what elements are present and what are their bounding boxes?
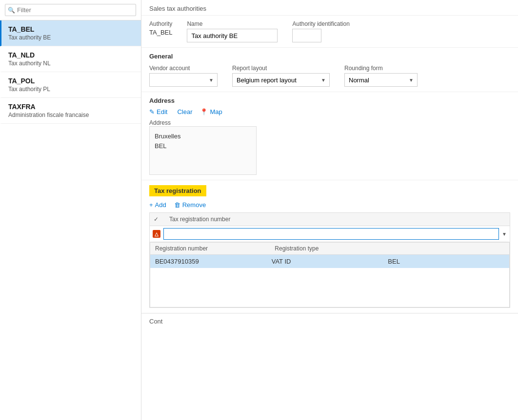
sidebar-item-code: TA_POL [8,77,134,85]
vendor-account-label: Vendor account [149,65,218,72]
report-layout-select[interactable]: Belgium report layout Default report lay… [232,73,330,87]
sidebar-item-code: TA_BEL [8,25,134,33]
cont-bar: Cont [141,313,518,329]
tax-reg-title: Tax registration [149,185,206,196]
report-layout-label: Report layout [232,65,330,72]
edit-button[interactable]: ✎ Edit [149,108,167,115]
reg-dropdown-row[interactable]: BE0437910359 VAT ID BEL [150,255,509,268]
sidebar-item-desc: Tax authority NL [8,60,134,67]
address-title: Address [149,97,510,104]
vendor-account-select[interactable] [149,73,218,87]
reg-number-col: Registration number [150,243,270,254]
tax-reg-number-col-header: Tax registration number [164,213,510,226]
tax-reg-input[interactable] [163,228,499,240]
auth-id-field: Authority identification [292,20,349,42]
reg-type-col: Registration type [270,243,389,254]
reg-type-value: VAT ID [272,258,388,265]
authority-row: Authority TA_BEL Name Authority identifi… [141,16,518,48]
tax-registration-section: Tax registration + Add 🗑 Remove ✓ Tax re… [141,180,518,313]
report-layout-field: Report layout Belgium report layout Defa… [232,65,330,87]
search-icon: 🔍 [8,7,15,14]
chevron-down-icon[interactable]: ▼ [502,231,507,237]
sidebar-item-taxfra[interactable]: TAXFRA Administration fiscale francaise [0,98,141,124]
reg-dropdown: Registration number Registration type BE… [150,242,510,307]
rounding-form-field: Rounding form Normal 0.01 0.1 1.00 ▼ [344,65,418,87]
address-line1: Bruxelles [155,132,251,141]
authority-label: Authority [149,20,172,27]
vendor-account-field: Vendor account ▼ [149,65,218,87]
address-toolbar: ✎ Edit Clear 📍 Map [149,108,510,115]
vendor-account-select-wrapper: ▼ [149,73,218,87]
tax-toolbar: + Add 🗑 Remove [149,201,510,209]
edit-icon: ✎ [149,108,155,115]
sidebar-item-desc: Administration fiscale francaise [8,112,134,118]
sidebar-item-ta-nld[interactable]: TA_NLD Tax authority NL [0,46,141,72]
rounding-form-label: Rounding form [344,65,418,72]
map-icon: 📍 [200,108,208,115]
main-content: Sales tax authorities Authority TA_BEL N… [141,0,518,420]
tax-input-row: △ ▼ [150,226,510,242]
auth-id-label: Authority identification [292,20,349,27]
sidebar-item-desc: Tax authority BE [8,34,134,41]
authority-field: Authority TA_BEL [149,20,172,36]
tax-table: ✓ Tax registration number △ ▼ Registrati… [149,212,510,308]
check-col-header: ✓ [150,213,164,226]
sidebar-item-ta-bel[interactable]: TA_BEL Tax authority BE [0,20,141,46]
reg-country-value: BEL [388,258,504,265]
authority-value: TA_BEL [149,29,172,36]
general-fields: Vendor account ▼ Report layout Belgium r… [149,65,510,87]
sidebar: 🔍 TA_BEL Tax authority BE TA_NLD Tax aut… [0,0,141,420]
reg-number-value: BE0437910359 [155,258,272,265]
address-line2: BEL [155,141,251,151]
main-section-title: Sales tax authorities [141,0,518,16]
general-section: General Vendor account ▼ Report layout B… [141,48,518,92]
address-section: Address ✎ Edit Clear 📍 Map Address Bruxe… [141,92,518,180]
name-label: Name [187,20,278,27]
tax-table-header: ✓ Tax registration number [150,213,510,226]
sidebar-filter-area: 🔍 [0,0,141,20]
reg-dropdown-header: Registration number Registration type [150,243,509,255]
warning-icon: △ [153,230,160,238]
sidebar-item-code: TAXFRA [8,103,134,111]
name-field: Name [187,20,278,42]
filter-input[interactable] [5,4,136,16]
reg-country-col [390,243,509,254]
rounding-form-select[interactable]: Normal 0.01 0.1 1.00 [344,73,418,87]
general-title: General [149,53,510,60]
rounding-form-select-wrapper: Normal 0.01 0.1 1.00 ▼ [344,73,418,87]
clear-button[interactable]: Clear [175,108,192,115]
add-icon: + [149,201,153,209]
sidebar-item-code: TA_NLD [8,51,134,59]
sidebar-item-desc: Tax authority PL [8,86,134,93]
remove-button[interactable]: 🗑 Remove [174,201,206,209]
remove-icon: 🗑 [174,201,180,209]
map-button[interactable]: 📍 Map [200,108,222,115]
add-button[interactable]: + Add [149,201,166,209]
auth-id-input[interactable] [292,29,321,42]
sidebar-item-ta-pol[interactable]: TA_POL Tax authority PL [0,72,141,98]
address-box: Bruxelles BEL [149,126,257,175]
name-input[interactable] [187,29,278,42]
report-layout-select-wrapper: Belgium report layout Default report lay… [232,73,330,87]
address-label: Address [149,119,510,126]
dropdown-empty-space [150,268,509,307]
